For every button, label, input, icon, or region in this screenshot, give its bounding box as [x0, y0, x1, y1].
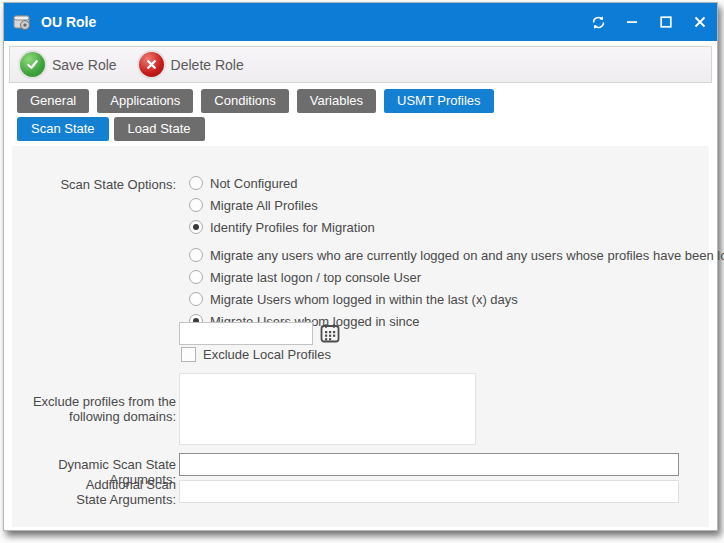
toolbar: Save Role Delete Role — [9, 46, 712, 83]
radio-label: Identify Profiles for Migration — [210, 220, 375, 235]
exclude-local-profiles-label: Exclude Local Profiles — [203, 347, 331, 362]
minimize-icon[interactable] — [615, 3, 649, 41]
radio-label: Migrate All Profiles — [210, 198, 318, 213]
screen: OU Role — [0, 0, 724, 543]
logged-in-since-date-input[interactable] — [179, 322, 313, 345]
radio-label: Migrate last logon / top console User — [210, 270, 421, 285]
additional-args-input[interactable] — [179, 480, 679, 503]
radio-label: Migrate any users who are currently logg… — [210, 248, 724, 263]
radio-label: Not Configured — [210, 176, 297, 191]
maximize-icon[interactable] — [649, 3, 683, 41]
save-role-button[interactable]: Save Role — [20, 52, 117, 77]
tab-variables[interactable]: Variables — [297, 89, 376, 113]
save-role-label: Save Role — [52, 57, 117, 73]
window-controls — [581, 3, 717, 41]
tab-usmt-profiles[interactable]: USMT Profiles — [384, 89, 494, 113]
radio-not-configured[interactable]: Not Configured — [189, 175, 297, 191]
radio-icon-selected[interactable] — [189, 220, 203, 234]
close-icon[interactable] — [683, 3, 717, 41]
tab-load-state[interactable]: Load State — [114, 117, 205, 141]
main-tab-strip: General Applications Conditions Variable… — [17, 89, 712, 113]
radio-label: Migrate Users whom logged in within the … — [210, 292, 518, 307]
window-body: Save Role Delete Role General Applicatio… — [4, 41, 717, 530]
exclude-local-profiles-checkbox[interactable] — [181, 347, 196, 362]
window-title: OU Role — [41, 14, 96, 30]
scan-state-options-label: Scan State Options: — [12, 177, 176, 192]
save-check-icon — [20, 52, 45, 77]
delete-role-label: Delete Role — [171, 57, 244, 73]
sub-tab-strip: Scan State Load State — [17, 117, 712, 141]
delete-x-icon — [139, 52, 164, 77]
additional-args-label: Additional Scan State Arguments: — [52, 477, 176, 507]
radio-migrate-last-logon[interactable]: Migrate last logon / top console User — [189, 269, 421, 285]
exclude-domains-textarea[interactable] — [179, 373, 476, 445]
radio-migrate-all-profiles[interactable]: Migrate All Profiles — [189, 197, 318, 213]
tab-conditions[interactable]: Conditions — [201, 89, 288, 113]
radio-icon[interactable] — [189, 198, 203, 212]
tab-general[interactable]: General — [17, 89, 89, 113]
dynamic-args-input[interactable] — [179, 453, 679, 476]
titlebar: OU Role — [4, 3, 717, 41]
exclude-domains-label: Exclude profiles from the following doma… — [26, 394, 176, 424]
tab-applications[interactable]: Applications — [97, 89, 193, 113]
scan-state-panel: Scan State Options: Not Configured Migra… — [12, 146, 709, 527]
radio-icon[interactable] — [189, 292, 203, 306]
radio-migrate-current-users[interactable]: Migrate any users who are currently logg… — [189, 247, 724, 263]
radio-migrate-last-x-days[interactable]: Migrate Users whom logged in within the … — [189, 291, 518, 307]
refresh-icon[interactable] — [581, 3, 615, 41]
app-icon — [13, 13, 33, 31]
tab-scan-state[interactable]: Scan State — [17, 117, 109, 141]
delete-role-button[interactable]: Delete Role — [139, 52, 244, 77]
radio-icon[interactable] — [189, 248, 203, 262]
exclude-local-profiles-row[interactable]: Exclude Local Profiles — [181, 346, 331, 362]
calendar-icon[interactable] — [320, 323, 340, 343]
radio-icon[interactable] — [189, 176, 203, 190]
ou-role-window: OU Role — [3, 2, 718, 531]
radio-identify-profiles[interactable]: Identify Profiles for Migration — [189, 219, 375, 235]
radio-icon[interactable] — [189, 270, 203, 284]
